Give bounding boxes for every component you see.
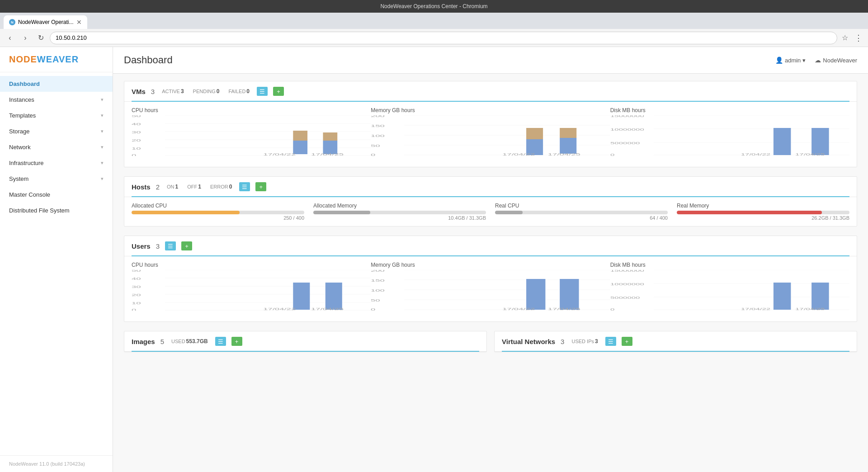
svg-text:30: 30 [132,131,141,134]
sidebar-item-master-console[interactable]: Master Console [0,187,113,203]
hosts-count: 2 [156,183,160,191]
svg-rect-12 [293,131,307,141]
users-disk-chart-title: Disk MB hours [610,262,849,268]
allocated-memory-fill [313,211,370,214]
vms-list-button[interactable]: ☰ [257,87,268,96]
nav-forward-button[interactable]: › [19,32,32,44]
tab-label: NodeWeaver Operati... [18,19,74,25]
nav-refresh-button[interactable]: ↻ [34,32,47,44]
vms-disk-chart-area: 15000000 10000000 5000000 0 17/04/22 17/… [610,115,849,156]
svg-text:150: 150 [371,279,385,283]
tab-close-icon[interactable]: ✕ [76,19,82,26]
svg-text:100: 100 [371,134,385,138]
sidebar-item-system[interactable]: System ▾ [0,171,113,187]
real-cpu-track [495,211,668,214]
real-cpu-value: 64 / 400 [495,215,668,221]
hosts-list-button[interactable]: ☰ [239,182,250,191]
sidebar-footer: NodeWeaver 11.0 (build 170423a) [0,455,113,472]
real-memory-value: 26.2GB / 31.3GB [677,215,849,221]
svg-text:17/04/25: 17/04/25 [795,307,825,311]
sidebar-item-templates[interactable]: Templates ▾ [0,108,113,123]
vnetworks-add-button[interactable]: + [622,337,632,346]
svg-rect-28 [526,128,543,139]
vms-disk-chart-title: Disk MB hours [610,107,849,113]
svg-rect-58 [293,283,310,310]
svg-text:50: 50 [371,144,380,148]
chevron-down-icon: ▾ [101,97,104,103]
sidebar-item-network[interactable]: Network ▾ [0,139,113,155]
vnetworks-section: Virtual Networks 3 USED IPs3 ☰ + [494,331,857,352]
real-cpu-fill [495,211,523,214]
user-menu[interactable]: 👤 admin ▾ [775,57,806,64]
vms-title: VMs [132,88,146,95]
node-label[interactable]: ☁ NodeWeaver [815,57,857,64]
svg-text:17/04/25: 17/04/25 [548,307,580,311]
sidebar-nav: Dashboard Instances ▾ Templates ▾ Storag… [0,72,113,455]
hosts-add-button[interactable]: + [255,182,266,191]
vnetworks-list-button[interactable]: ☰ [605,337,616,346]
address-bar[interactable] [50,32,837,44]
hosts-on-badge: ON1 [165,184,180,190]
vms-memory-chart-title: Memory GB hours [371,107,610,113]
svg-rect-73 [560,279,579,310]
sidebar-item-infrastructure[interactable]: Infrastructure ▾ [0,155,113,171]
sidebar-item-label: Network [9,144,31,151]
vnetworks-count: 3 [561,338,564,345]
allocated-memory-bar: Allocated Memory 10.4GB / 31.3GB [313,203,486,221]
vms-disk-chart: Disk MB hours 15000000 10000000 5000000 [610,107,849,161]
svg-rect-15 [323,141,337,154]
users-count: 3 [156,242,160,250]
users-memory-chart-title: Memory GB hours [371,262,610,268]
users-add-button[interactable]: + [181,241,192,250]
allocated-memory-track [313,211,486,214]
browser-menu-icon[interactable]: ⋮ [853,33,864,43]
svg-text:17/04/22: 17/04/22 [741,307,770,311]
vms-cpu-chart: CPU hours 50 [132,107,371,161]
nav-back-button[interactable]: ‹ [4,32,16,44]
vms-add-button[interactable]: + [273,87,284,96]
vnetworks-used-ips-badge: USED IPs3 [570,338,599,345]
sidebar-item-label: Infrastructure [9,160,44,166]
images-list-button[interactable]: ☰ [215,337,226,346]
sidebar-item-dashboard[interactable]: Dashboard [0,76,113,92]
svg-rect-31 [560,138,576,154]
main-header: Dashboard 👤 admin ▾ ☁ NodeWeaver [113,47,868,74]
images-add-button[interactable]: + [231,337,242,346]
vms-section: VMs 3 ACTIVE3 PENDING0 FAILED0 ☰ + [124,81,857,167]
images-section-header: Images 5 USED553.7GB ☰ + [124,331,486,352]
user-chevron-icon: ▾ [802,57,806,64]
allocated-cpu-track [132,211,304,214]
users-cpu-chart: CPU hours 50 40 30 [132,262,371,316]
allocated-memory-label: Allocated Memory [313,203,486,209]
header-user-area: 👤 admin ▾ ☁ NodeWeaver [775,57,857,64]
svg-text:0: 0 [610,307,614,311]
vms-pending-badge: PENDING0 [191,88,222,94]
users-list-button[interactable]: ☰ [165,241,176,250]
svg-text:200: 200 [371,270,385,272]
users-title: Users [132,242,151,250]
browser-tab[interactable]: N NodeWeaver Operati... ✕ [4,15,87,29]
user-icon: 👤 [775,57,783,64]
vnetworks-title: Virtual Networks [502,338,555,345]
hosts-off-badge: OFF1 [185,184,203,190]
users-cpu-chart-title: CPU hours [132,262,371,268]
node-name: NodeWeaver [823,57,857,64]
browser-tabs-bar: N NodeWeaver Operati... ✕ [0,13,868,29]
sidebar-item-instances[interactable]: Instances ▾ [0,92,113,108]
user-label: admin [785,57,801,64]
svg-rect-14 [323,132,337,141]
sidebar-item-distributed-file-system[interactable]: Distributed File System [0,203,113,218]
real-memory-label: Real Memory [677,203,849,209]
svg-text:15000000: 15000000 [610,115,644,118]
svg-text:17/04/22: 17/04/22 [741,152,770,156]
bookmark-star-icon[interactable]: ☆ [840,33,850,42]
svg-text:17/04/22: 17/04/22 [263,153,296,156]
allocated-cpu-label: Allocated CPU [132,203,304,209]
sidebar-item-label: System [9,175,28,182]
svg-text:10: 10 [132,302,141,305]
svg-text:100: 100 [371,289,385,293]
sidebar-item-storage[interactable]: Storage ▾ [0,123,113,139]
users-memory-chart-area: 200 150 100 50 0 17/04/22 17/04/25 [371,270,610,311]
sidebar-item-label: Dashboard [9,80,40,87]
svg-text:40: 40 [132,123,141,126]
